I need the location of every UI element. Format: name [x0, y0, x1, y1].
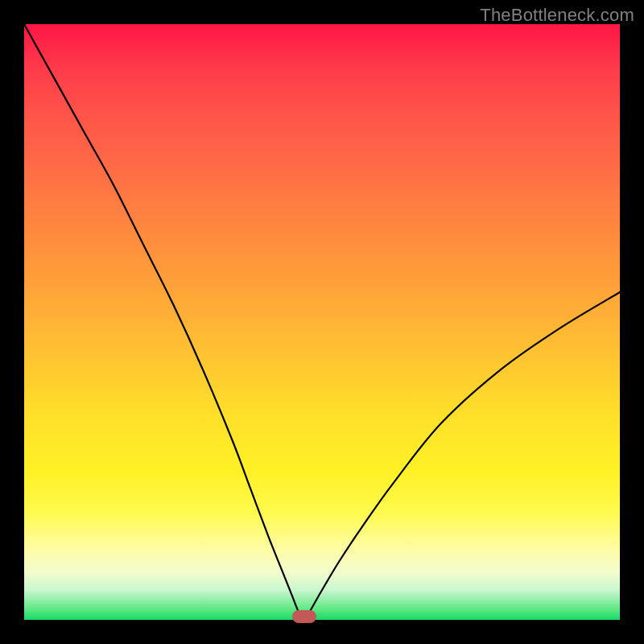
- chart-frame: TheBottleneck.com: [0, 0, 644, 644]
- bottleneck-curve: [24, 24, 620, 620]
- optimal-marker: [292, 610, 316, 623]
- plot-area: [24, 24, 620, 620]
- watermark-text: TheBottleneck.com: [480, 5, 634, 26]
